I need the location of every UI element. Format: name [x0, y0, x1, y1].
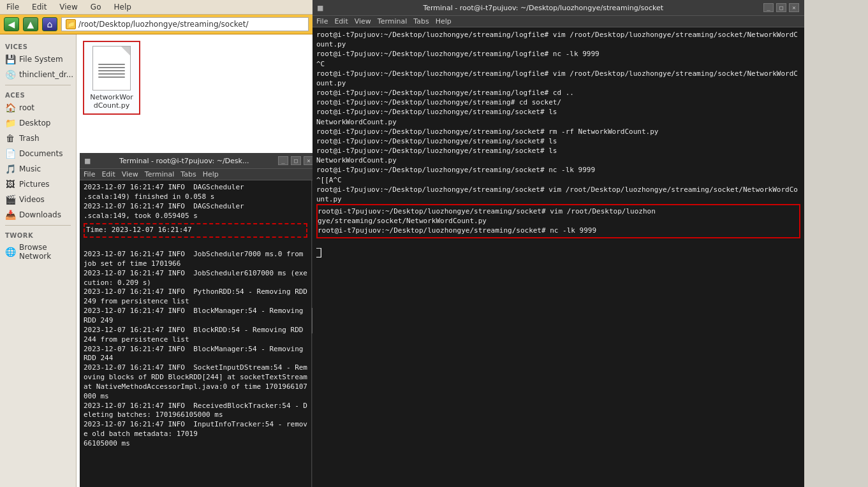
- sidebar-item-videos[interactable]: 🎬 Videos: [0, 192, 76, 207]
- terminal-large-titlebar[interactable]: ■ Terminal - root@i-t7pujuov: ~/Desktop/…: [313, 0, 804, 16]
- documents-icon: 📄: [5, 149, 15, 159]
- sidebar-devices-label: VICES: [0, 40, 76, 52]
- terminal-small-menu-tabs[interactable]: Tabs: [180, 170, 196, 178]
- terminal-large-menu-file[interactable]: File: [316, 17, 328, 25]
- menu-help[interactable]: Help: [111, 1, 133, 13]
- sidebar-item-filesystem[interactable]: 💾 File System: [0, 52, 76, 67]
- file-line-1: [98, 64, 125, 65]
- sidebar-desktop-label: Desktop: [19, 119, 51, 127]
- terminal-large-menubar: File Edit View Terminal Tabs Help: [313, 16, 804, 27]
- terminal-large-menu-view[interactable]: View: [355, 17, 371, 25]
- terminal-small-menu-terminal[interactable]: Terminal: [145, 170, 175, 178]
- thinclient-icon: 💿: [5, 69, 15, 80]
- sidebar-item-trash[interactable]: 🗑 Trash: [0, 131, 76, 146]
- terminal-large-menu-edit[interactable]: Edit: [334, 17, 348, 25]
- menu-go[interactable]: Go: [88, 1, 104, 13]
- sidebar-divider-1: [5, 85, 71, 85]
- sidebar-videos-label: Videos: [19, 195, 45, 204]
- file-line-2: [98, 67, 125, 68]
- sidebar-item-desktop[interactable]: 📁 Desktop: [0, 115, 76, 131]
- home-button[interactable]: ⌂: [42, 17, 57, 31]
- terminal-small-menubar: File Edit View Terminal Tabs Help: [80, 169, 319, 180]
- terminal-small-minimize[interactable]: _: [278, 156, 288, 165]
- sidebar-root-label: root: [19, 103, 34, 112]
- terminal-small-menu-help[interactable]: Help: [203, 170, 219, 178]
- filesystem-icon: 💾: [5, 54, 15, 64]
- terminal-large-menu-tabs[interactable]: Tabs: [413, 17, 429, 25]
- terminal-large-body[interactable]: root@i-t7pujuov:~/Desktop/luozhongye/str…: [313, 27, 804, 487]
- terminal-large-close[interactable]: ✕: [789, 3, 799, 12]
- sidebar-downloads-label: Downloads: [19, 210, 61, 219]
- sidebar-item-pictures[interactable]: 🖼 Pictures: [0, 177, 76, 192]
- terminal-small-title: Terminal - root@i-t7pujuov: ~/Desk...: [119, 157, 249, 165]
- menu-view[interactable]: View: [57, 1, 80, 13]
- back-button[interactable]: ◀: [4, 17, 19, 31]
- sidebar-thinclient-label: thinclient_dr...: [19, 70, 73, 79]
- sidebar-item-music[interactable]: 🎵 Music: [0, 161, 76, 177]
- address-bar[interactable]: 📁 /root/Desktop/luozhongye/streaming/soc…: [61, 17, 309, 31]
- sidebar-music-label: Music: [19, 164, 41, 173]
- file-line-5: [98, 76, 125, 78]
- terminal-large-icon: ■: [318, 3, 323, 13]
- sidebar-documents-label: Documents: [19, 149, 63, 158]
- sidebar-trash-label: Trash: [19, 134, 40, 143]
- terminal-large-content: root@i-t7pujuov:~/Desktop/luozhongye/str…: [316, 30, 800, 258]
- menu-file[interactable]: File: [4, 1, 22, 13]
- terminal-large-controls: _ □ ✕: [763, 3, 799, 12]
- terminal-large-menu-help[interactable]: Help: [436, 17, 452, 25]
- terminal-small-controls: _ □ ✕: [278, 156, 314, 165]
- sidebar-pictures-label: Pictures: [19, 180, 50, 189]
- sidebar-divider-2: [5, 225, 71, 226]
- file-manager-toolbar: ◀ ▲ ⌂ 📁 /root/Desktop/luozhongye/streami…: [0, 15, 313, 34]
- terminal-small-scroll-area: 2023-12-07 16:21:47 INFO DAGScheduler .s…: [80, 180, 319, 487]
- terminal-large-window: ■ Terminal - root@i-t7pujuov: ~/Desktop/…: [313, 0, 804, 487]
- terminal-small-window: ■ Terminal - root@i-t7pujuov: ~/Desk... …: [80, 153, 319, 487]
- file-line-4: [98, 73, 125, 75]
- terminal-large-minimize[interactable]: _: [763, 3, 774, 12]
- file-manager-menubar: File Edit View Go Help: [0, 0, 313, 15]
- music-icon: 🎵: [5, 164, 15, 174]
- sidebar: VICES 💾 File System 💿 thinclient_dr... ⏏…: [0, 34, 77, 487]
- terminal-large-title: Terminal - root@i-t7pujuov: ~/Desktop/lu…: [423, 4, 663, 12]
- address-folder-icon: 📁: [66, 19, 76, 29]
- file-icon-py: [92, 46, 131, 91]
- terminal-large-maximize[interactable]: □: [776, 3, 786, 12]
- terminal-small-menu-edit[interactable]: Edit: [101, 170, 115, 178]
- terminal-small-maximize[interactable]: □: [291, 156, 301, 165]
- terminal-small-icon: ■: [85, 156, 90, 166]
- file-line-3: [98, 70, 125, 71]
- terminal-small-titlebar[interactable]: ■ Terminal - root@i-t7pujuov: ~/Desk... …: [80, 153, 319, 169]
- terminal-small-content: 2023-12-07 16:21:47 INFO DAGScheduler .s…: [84, 183, 307, 449]
- desktop-icon: 📁: [5, 118, 15, 128]
- terminal-small-menu-view[interactable]: View: [122, 170, 138, 178]
- terminal-small-body[interactable]: 2023-12-07 16:21:47 INFO DAGScheduler .s…: [80, 180, 311, 487]
- sidebar-network-label: TWORK: [0, 228, 76, 240]
- terminal-large-menu-terminal[interactable]: Terminal: [378, 17, 408, 25]
- sidebar-item-network[interactable]: 🌐 Browse Network: [0, 240, 76, 263]
- up-button[interactable]: ▲: [23, 17, 38, 31]
- file-networkwordcount[interactable]: NetworkWordCount.py: [83, 41, 140, 115]
- downloads-icon: 📥: [5, 210, 15, 220]
- trash-icon: 🗑: [5, 133, 15, 143]
- sidebar-filesystem-label: File System: [19, 55, 63, 64]
- file-icon-decoration: [93, 54, 130, 83]
- sidebar-item-root[interactable]: 🏠 root: [0, 100, 76, 115]
- sidebar-network-label-text: Browse Network: [19, 243, 71, 261]
- network-icon: 🌐: [5, 247, 15, 257]
- terminal-small-menu-file[interactable]: File: [84, 170, 95, 178]
- sidebar-item-documents[interactable]: 📄 Documents: [0, 146, 76, 161]
- videos-icon: 🎬: [5, 194, 15, 205]
- sidebar-places-label: ACES: [0, 88, 76, 100]
- root-icon: 🏠: [5, 103, 15, 113]
- menu-edit[interactable]: Edit: [29, 1, 49, 13]
- pictures-icon: 🖼: [5, 179, 15, 189]
- file-label: NetworkWordCount.py: [88, 93, 135, 110]
- address-text: /root/Desktop/luozhongye/streaming/socke…: [78, 20, 248, 29]
- sidebar-item-thinclient[interactable]: 💿 thinclient_dr... ⏏: [0, 67, 76, 82]
- sidebar-item-downloads[interactable]: 📥 Downloads: [0, 207, 76, 222]
